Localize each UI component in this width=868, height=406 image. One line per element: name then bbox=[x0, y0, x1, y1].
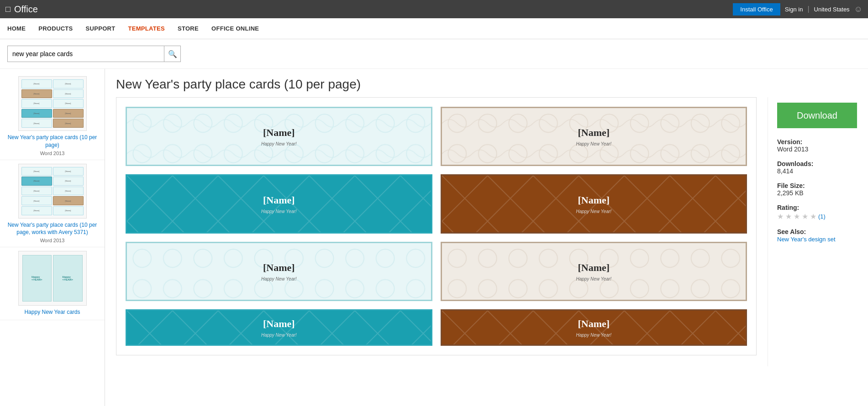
place-card-subtitle-2: Happy New Year! bbox=[576, 141, 611, 146]
star-3[interactable]: ★ bbox=[794, 212, 800, 221]
star-4[interactable]: ★ bbox=[802, 212, 808, 221]
thumb-cell: [Name] bbox=[53, 119, 84, 128]
thumb-cell: [Name] bbox=[53, 89, 84, 99]
place-cards-grid: [Name] Happy New Year! bbox=[126, 107, 747, 346]
place-card-subtitle-5: Happy New Year! bbox=[261, 276, 297, 281]
star-5[interactable]: ★ bbox=[810, 212, 816, 221]
nav-bar: HOME PRODUCTS SUPPORT TEMPLATES STORE OF… bbox=[0, 18, 868, 39]
star-1[interactable]: ★ bbox=[777, 212, 784, 221]
content-header: New Year's party place cards (10 per pag… bbox=[105, 69, 868, 97]
sidebar-word-version-1: Word 2013 bbox=[7, 151, 97, 156]
install-office-button[interactable]: Install Office bbox=[733, 3, 780, 16]
thumb-cell: [Name] bbox=[21, 79, 52, 88]
place-card-subtitle-3: Happy New Year! bbox=[261, 209, 297, 214]
sidebar-item-1[interactable]: [Name] [Name] [Name] [Name] [Name] [Name… bbox=[0, 73, 105, 160]
rating-row: Rating: ★ ★ ★ ★ ★ (1) bbox=[777, 204, 859, 221]
content-body: [Name] Happy New Year! bbox=[105, 97, 868, 366]
thumb-cell: [Name] bbox=[21, 187, 52, 196]
office-logo-icon: □ bbox=[5, 5, 11, 14]
sidebar-thumb-3: Happy<YEAR> Happy<YEAR> bbox=[18, 251, 87, 306]
filesize-value: 2,295 KB bbox=[777, 189, 859, 197]
sidebar-thumb-2: [Name] [Name] [Name] [Name] [Name] [Name… bbox=[18, 164, 87, 219]
place-card-2: [Name] Happy New Year! bbox=[441, 107, 747, 166]
place-card-name-4: [Name] bbox=[578, 194, 610, 206]
thumb-cell: [Name] bbox=[21, 167, 52, 176]
sidebar-link-2[interactable]: New Year's party place cards (10 per pag… bbox=[7, 221, 97, 237]
nav-office-online[interactable]: OFFICE ONLINE bbox=[211, 25, 259, 32]
place-card-5: [Name] Happy New Year! bbox=[126, 242, 432, 301]
place-card-subtitle-7: Happy New Year! bbox=[261, 333, 297, 338]
place-card-4: [Name] Happy New Year! bbox=[441, 174, 747, 234]
thumb-cell: [Name] bbox=[21, 177, 52, 186]
place-card-name-6: [Name] bbox=[578, 262, 610, 274]
main-layout: [Name] [Name] [Name] [Name] [Name] [Name… bbox=[0, 69, 868, 406]
place-card-8: [Name] Happy New Year! bbox=[441, 309, 747, 346]
thumb-cell: [Name] bbox=[53, 167, 84, 176]
rating-count[interactable]: (1) bbox=[818, 213, 826, 220]
top-bar-left: □ Office bbox=[5, 4, 38, 15]
sidebar-link-3[interactable]: Happy New Year cards bbox=[7, 308, 97, 316]
thumb-cell: [Name] bbox=[21, 89, 52, 99]
sign-in-link[interactable]: Sign in bbox=[785, 6, 803, 13]
nav-templates[interactable]: TEMPLATES bbox=[128, 25, 165, 32]
filesize-row: File Size: 2,295 KB bbox=[777, 182, 859, 197]
nav-products[interactable]: PRODUCTS bbox=[38, 25, 73, 32]
page-title: New Year's party place cards (10 per pag… bbox=[116, 77, 857, 92]
nav-support[interactable]: SUPPORT bbox=[86, 25, 116, 32]
rating-stars: ★ ★ ★ ★ ★ (1) bbox=[777, 212, 859, 221]
download-button[interactable]: Download bbox=[777, 103, 857, 128]
thumb-happy-cell: Happy<YEAR> bbox=[53, 255, 83, 302]
place-card-name-2: [Name] bbox=[578, 127, 610, 139]
top-bar-right: Install Office Sign in | United States ☺ bbox=[733, 3, 863, 16]
place-card-6: [Name] Happy New Year! bbox=[441, 242, 747, 301]
place-card-3: [Name] Happy New Year! bbox=[126, 174, 432, 234]
place-card-name-7: [Name] bbox=[263, 318, 295, 330]
see-also-row: See Also: New Year's design set bbox=[777, 228, 859, 243]
thumb-cell: [Name] bbox=[53, 206, 84, 215]
search-container: 🔍 bbox=[7, 46, 181, 62]
thumb-cell: [Name] bbox=[21, 196, 52, 205]
divider: | bbox=[807, 5, 809, 13]
see-also-label: See Also: bbox=[777, 228, 859, 235]
office-title: Office bbox=[14, 4, 38, 15]
star-2[interactable]: ★ bbox=[785, 212, 792, 221]
sidebar-thumb-1: [Name] [Name] [Name] [Name] [Name] [Name… bbox=[18, 76, 87, 131]
nav-store[interactable]: STORE bbox=[178, 25, 199, 32]
downloads-value: 8,414 bbox=[777, 167, 859, 175]
sidebar-item-2[interactable]: [Name] [Name] [Name] [Name] [Name] [Name… bbox=[0, 160, 105, 248]
search-button[interactable]: 🔍 bbox=[164, 46, 180, 62]
search-input[interactable] bbox=[8, 46, 164, 62]
thumb-cell: [Name] bbox=[21, 109, 52, 118]
content-area: New Year's party place cards (10 per pag… bbox=[105, 69, 868, 406]
sidebar-item-3[interactable]: Happy<YEAR> Happy<YEAR> Happy New Year c… bbox=[0, 247, 105, 320]
place-card-name-3: [Name] bbox=[263, 194, 295, 206]
top-bar: □ Office Install Office Sign in | United… bbox=[0, 0, 868, 18]
sidebar-word-version-2: Word 2013 bbox=[7, 238, 97, 243]
sidebar-link-1[interactable]: New Year's party place cards (10 per pag… bbox=[7, 134, 97, 149]
filesize-label: File Size: bbox=[777, 182, 859, 189]
preview-border: [Name] Happy New Year! bbox=[116, 97, 757, 355]
version-value: Word 2013 bbox=[777, 146, 859, 153]
place-card-7: [Name] Happy New Year! bbox=[126, 309, 432, 346]
downloads-label: Downloads: bbox=[777, 160, 859, 167]
thumb-cell: [Name] bbox=[21, 206, 52, 215]
right-panel: Download Version: Word 2013 Downloads: 8… bbox=[768, 97, 868, 366]
place-card-1: [Name] Happy New Year! bbox=[126, 107, 432, 166]
search-bar: 🔍 bbox=[0, 39, 868, 69]
version-row: Version: Word 2013 bbox=[777, 138, 859, 153]
place-card-subtitle-6: Happy New Year! bbox=[576, 276, 611, 281]
rating-label: Rating: bbox=[777, 204, 859, 211]
thumb-cell: [Name] bbox=[21, 99, 52, 108]
thumb-cell: [Name] bbox=[53, 187, 84, 196]
place-card-name-5: [Name] bbox=[263, 262, 295, 274]
version-label: Version: bbox=[777, 138, 859, 146]
place-card-name-1: [Name] bbox=[263, 127, 295, 139]
thumb-cell: [Name] bbox=[53, 99, 84, 108]
thumb-cell: [Name] bbox=[21, 119, 52, 128]
smiley-icon: ☺ bbox=[854, 5, 863, 14]
thumb-cell: [Name] bbox=[53, 79, 84, 88]
nav-home[interactable]: HOME bbox=[7, 25, 26, 32]
downloads-row: Downloads: 8,414 bbox=[777, 160, 859, 175]
place-card-subtitle-1: Happy New Year! bbox=[261, 141, 297, 146]
see-also-link[interactable]: New Year's design set bbox=[777, 236, 836, 243]
